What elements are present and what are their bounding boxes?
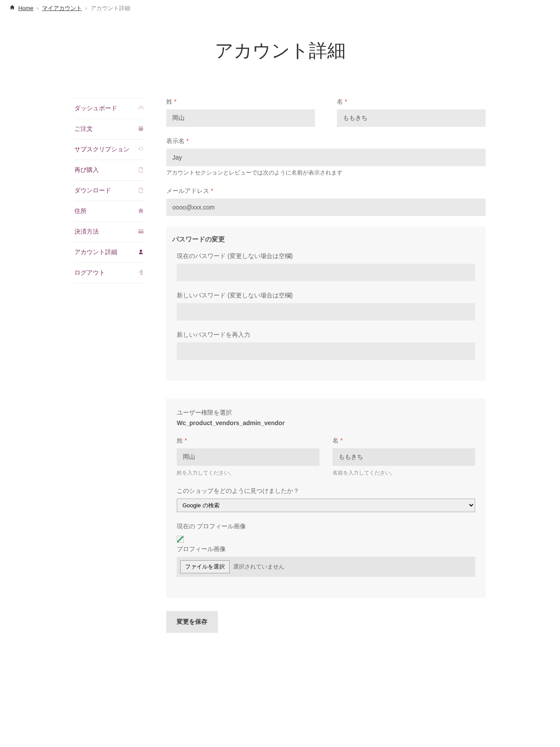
refresh-icon: [137, 146, 144, 154]
sidebar-item-label: 決済方法: [74, 228, 99, 236]
sidebar-item-3[interactable]: 再び購入: [74, 160, 144, 180]
broken-image-icon: [177, 536, 184, 543]
confirm-password-input[interactable]: [177, 342, 475, 360]
sidebar-item-label: ダウンロード: [74, 187, 111, 195]
basket-icon: [137, 126, 144, 133]
sidebar-item-label: ご注文: [74, 125, 93, 133]
current-password-label: 現在のパスワード (変更しない場合は空欄): [177, 252, 475, 260]
extra-last-name-input[interactable]: [177, 448, 319, 466]
extra-last-name-help: 姓を入力してください。: [177, 469, 319, 477]
current-password-input[interactable]: [177, 264, 475, 281]
extra-first-name-help: 名前を入力してください。: [332, 469, 475, 477]
sidebar-item-6[interactable]: 決済方法: [74, 221, 144, 242]
sidebar-item-8[interactable]: ログアウト: [74, 262, 144, 283]
breadcrumb-my-account[interactable]: マイアカウント: [42, 5, 82, 11]
sidebar-item-7[interactable]: アカウント詳細: [74, 242, 144, 262]
sidebar-item-label: ダッシュボード: [74, 105, 117, 112]
current-image-label: 現在の プロフィール画像: [177, 523, 475, 531]
sidebar: ダッシュボードご注文サブスクリプション再び購入ダウンロード住所決済方法アカウント…: [74, 98, 144, 633]
new-password-input[interactable]: [177, 303, 475, 321]
password-fieldset: パスワードの変更 現在のパスワード (変更しない場合は空欄) 新しいパスワード …: [166, 227, 486, 381]
password-legend: パスワードの変更: [166, 227, 481, 248]
extra-first-name-label: 名 *: [332, 437, 475, 445]
sidebar-item-5[interactable]: 住所: [74, 201, 144, 221]
home-icon: [10, 5, 15, 11]
extra-section: ユーザー権限を選択 Wc_product_vendors_admin_vendo…: [166, 398, 486, 598]
first-name-label: 名 *: [337, 98, 486, 106]
file-icon: [137, 187, 144, 195]
logout-icon: [137, 269, 144, 277]
display-name-label: 表示名 *: [166, 137, 486, 145]
sidebar-item-label: サブスクリプション: [74, 146, 130, 154]
sidebar-item-label: ログアウト: [74, 269, 105, 277]
extra-first-name-input[interactable]: [332, 448, 475, 466]
found-select[interactable]: Google の検索: [177, 499, 475, 512]
user-icon: [137, 249, 144, 256]
main-content: 姓 * 名 * 表示名 * アカウントセクションとレビューでは次のように名前が表…: [166, 98, 486, 633]
confirm-password-label: 新しいパスワードを再入力: [177, 331, 475, 339]
image-label: プロフィール画像: [177, 545, 475, 553]
role-label: ユーザー権限を選択: [177, 409, 475, 417]
sidebar-item-0[interactable]: ダッシュボード: [74, 98, 144, 119]
save-button[interactable]: 変更を保存: [166, 611, 218, 633]
breadcrumb-current: アカウント詳細: [91, 5, 130, 11]
sidebar-item-2[interactable]: サブスクリプション: [74, 139, 144, 160]
sidebar-item-4[interactable]: ダウンロード: [74, 180, 144, 201]
breadcrumb-separator: ›: [37, 5, 38, 11]
home-icon: [137, 208, 144, 215]
breadcrumb: Home › マイアカウント › アカウント詳細: [10, 0, 486, 17]
email-input[interactable]: [166, 199, 486, 216]
found-label: このショップをどのように見つけましたか？: [177, 487, 475, 495]
breadcrumb-home[interactable]: Home: [18, 5, 34, 11]
sidebar-item-label: 再び購入: [74, 166, 99, 174]
file-input[interactable]: ファイルを選択 選択されていません: [177, 557, 475, 577]
sidebar-item-label: 住所: [74, 207, 87, 215]
file-status: 選択されていません: [233, 563, 284, 571]
breadcrumb-separator: ›: [85, 5, 87, 11]
email-label: メールアドレス *: [166, 187, 486, 195]
extra-last-name-label: 姓 *: [177, 437, 319, 445]
first-name-input[interactable]: [337, 109, 486, 127]
sidebar-item-1[interactable]: ご注文: [74, 119, 144, 139]
display-name-help: アカウントセクションとレビューでは次のように名前が表示されます: [166, 169, 486, 177]
card-icon: [137, 228, 144, 236]
file-icon: [137, 167, 144, 174]
file-choose-button[interactable]: ファイルを選択: [180, 560, 230, 573]
sidebar-item-label: アカウント詳細: [74, 248, 117, 256]
page-title: アカウント詳細: [74, 38, 486, 63]
dashboard-icon: [137, 105, 144, 112]
last-name-label: 姓 *: [166, 98, 315, 106]
new-password-label: 新しいパスワード (変更しない場合は空欄): [177, 292, 475, 300]
display-name-input[interactable]: [166, 149, 486, 166]
role-value: Wc_product_vendors_admin_vendor: [177, 419, 475, 426]
last-name-input[interactable]: [166, 109, 315, 127]
